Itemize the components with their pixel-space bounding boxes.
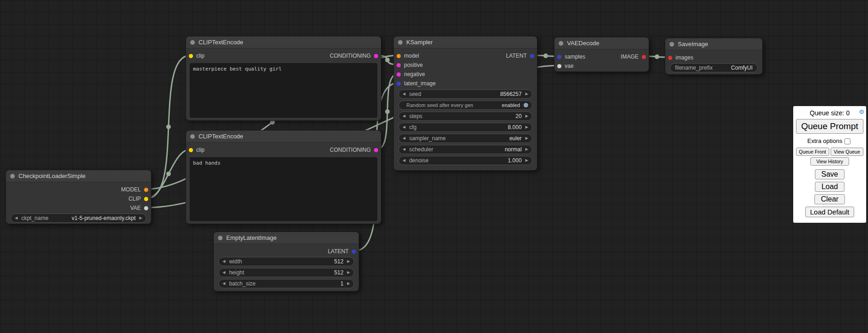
- comfyui-menu-panel: Queue size: 0 ⚙ Queue Prompt Extra optio…: [793, 106, 866, 223]
- node-collapse-dot-icon[interactable]: [190, 134, 195, 139]
- image-output-port[interactable]: [642, 55, 646, 59]
- samples-input-port[interactable]: [557, 55, 561, 59]
- ckpt-name-widget[interactable]: ◀ ckpt_name v1-5-pruned-emaonly.ckpt ▶: [11, 214, 146, 223]
- increment-arrow-icon[interactable]: ▶: [525, 137, 528, 140]
- latent-output-row: LATENT: [214, 247, 359, 256]
- cfg-widget[interactable]: ◀ cfg 8.000 ▶: [398, 123, 532, 132]
- decrement-arrow-icon[interactable]: ◀: [223, 260, 225, 263]
- decrement-arrow-icon[interactable]: ◀: [403, 125, 405, 129]
- decrement-arrow-icon[interactable]: ◀: [223, 282, 225, 285]
- latent-output-label: LATENT: [506, 53, 527, 59]
- decrement-arrow-icon[interactable]: ◀: [403, 159, 405, 162]
- load-default-button[interactable]: Load Default: [805, 207, 854, 217]
- extra-options-checkbox[interactable]: [844, 138, 850, 144]
- clip-input-port[interactable]: [189, 148, 193, 152]
- width-widget[interactable]: ◀ width 512 ▶: [218, 257, 354, 266]
- node-collapse-dot-icon[interactable]: [559, 41, 563, 46]
- vae-input-row: vae: [555, 61, 649, 71]
- decrement-arrow-icon[interactable]: ◀: [403, 137, 405, 140]
- increment-arrow-icon[interactable]: ▶: [347, 271, 350, 274]
- scheduler-widget[interactable]: ◀ scheduler normal ▶: [398, 145, 532, 154]
- vae-input-label: vae: [565, 63, 573, 69]
- node-collapse-dot-icon[interactable]: [10, 174, 15, 178]
- node-title-bar[interactable]: EmptyLatentImage: [214, 232, 359, 244]
- decrement-arrow-icon[interactable]: ◀: [223, 271, 225, 274]
- clip-output-port[interactable]: [144, 197, 148, 201]
- node-collapse-dot-icon[interactable]: [398, 40, 403, 45]
- node-title-bar[interactable]: CheckpointLoaderSimple: [6, 170, 151, 182]
- conditioning-output-port[interactable]: [374, 148, 378, 152]
- settings-gear-icon[interactable]: ⚙: [859, 108, 864, 115]
- queue-prompt-button[interactable]: Queue Prompt: [796, 119, 863, 134]
- steps-widget[interactable]: ◀ steps 20 ▶: [398, 112, 532, 121]
- increment-arrow-icon[interactable]: ▶: [525, 114, 528, 118]
- node-empty-latent-image[interactable]: EmptyLatentImage LATENT ◀ width 512 ▶ ◀ …: [213, 232, 359, 291]
- latent-output-port[interactable]: [530, 54, 534, 58]
- widget-label: batch_size: [229, 280, 340, 287]
- prompt-text-input[interactable]: bad hands: [190, 157, 377, 221]
- conditioning-output-port[interactable]: [374, 54, 378, 58]
- latent-output-label: LATENT: [328, 248, 349, 255]
- negative-input-port[interactable]: [397, 72, 401, 77]
- clear-button[interactable]: Clear: [814, 194, 845, 204]
- latent-image-input-port[interactable]: [397, 82, 401, 86]
- node-title-bar[interactable]: KSampler: [394, 36, 537, 48]
- seed-widget[interactable]: ◀ seed 8566257 ▶: [398, 89, 532, 99]
- node-title-bar[interactable]: SaveImage: [665, 38, 762, 50]
- queue-size-row: Queue size: 0 ⚙: [796, 109, 863, 117]
- node-title-bar[interactable]: CLIPTextEncode: [186, 36, 381, 48]
- link-clip-to-positive-encode: [147, 55, 190, 198]
- queue-front-button[interactable]: Queue Front: [796, 148, 829, 156]
- widget-value: euler: [509, 135, 522, 142]
- clip-input-port[interactable]: [189, 54, 193, 58]
- load-button[interactable]: Load: [815, 182, 844, 192]
- increment-arrow-icon[interactable]: ▶: [347, 282, 350, 285]
- images-input-row: images: [665, 53, 762, 62]
- increment-arrow-icon[interactable]: ▶: [525, 92, 528, 96]
- view-queue-button[interactable]: View Queue: [831, 148, 864, 156]
- increment-arrow-icon[interactable]: ▶: [525, 159, 528, 162]
- random-seed-toggle-widget[interactable]: Random seed after every gen enabled: [398, 101, 532, 110]
- latent-output-port[interactable]: [352, 250, 356, 254]
- images-input-label: images: [675, 54, 693, 61]
- link-midpoint-dot: [655, 54, 659, 59]
- decrement-arrow-icon[interactable]: ◀: [403, 114, 405, 118]
- node-checkpoint-loader-simple[interactable]: CheckpointLoaderSimple MODEL CLIP VAE ◀ …: [6, 170, 151, 224]
- node-collapse-dot-icon[interactable]: [669, 42, 674, 47]
- node-clip-text-encode-positive[interactable]: CLIPTextEncode clip CONDITIONING masterp…: [186, 36, 381, 121]
- increment-arrow-icon[interactable]: ▶: [139, 216, 142, 220]
- filename-prefix-widget[interactable]: filename_prefix ComfyUI: [670, 63, 758, 72]
- graph-canvas[interactable]: { "colors": { "canvas": "#212121", "link…: [0, 0, 868, 333]
- increment-arrow-icon[interactable]: ▶: [525, 148, 528, 151]
- sampler-name-widget[interactable]: ◀ sampler_name euler ▶: [398, 134, 532, 143]
- node-clip-text-encode-negative[interactable]: CLIPTextEncode clip CONDITIONING bad han…: [186, 130, 381, 224]
- batch-size-widget[interactable]: ◀ batch_size 1 ▶: [218, 279, 354, 288]
- node-title-bar[interactable]: CLIPTextEncode: [186, 131, 381, 143]
- node-collapse-dot-icon[interactable]: [190, 40, 195, 45]
- increment-arrow-icon[interactable]: ▶: [347, 260, 350, 263]
- node-title-bar[interactable]: VAEDecode: [555, 37, 649, 49]
- decrement-arrow-icon[interactable]: ◀: [15, 216, 18, 220]
- decrement-arrow-icon[interactable]: ◀: [403, 92, 405, 96]
- node-save-image[interactable]: SaveImage images filename_prefix ComfyUI: [665, 38, 763, 75]
- images-input-port[interactable]: [668, 56, 672, 60]
- denoise-widget[interactable]: ◀ denoise 1.000 ▶: [398, 156, 532, 165]
- height-widget[interactable]: ◀ height 512 ▶: [218, 268, 354, 277]
- vae-output-row: VAE: [6, 203, 151, 213]
- save-button[interactable]: Save: [815, 169, 844, 179]
- node-vae-decode[interactable]: VAEDecode samples IMAGE vae: [554, 37, 649, 72]
- node-ksampler[interactable]: KSampler model LATENT positive negative …: [393, 36, 537, 171]
- node-collapse-dot-icon[interactable]: [218, 236, 223, 240]
- model-output-port[interactable]: [144, 188, 148, 192]
- vae-output-port[interactable]: [144, 206, 148, 210]
- increment-arrow-icon[interactable]: ▶: [525, 125, 528, 129]
- prompt-text-input[interactable]: masterpiece best quality girl: [190, 63, 377, 118]
- vae-input-port[interactable]: [557, 64, 561, 68]
- link-midpoint-dot: [166, 125, 171, 129]
- positive-input-port[interactable]: [397, 63, 401, 67]
- model-input-port[interactable]: [397, 54, 401, 58]
- toggle-indicator-icon[interactable]: [524, 103, 528, 107]
- view-history-button[interactable]: View History: [810, 157, 850, 166]
- widget-label: scheduler: [409, 146, 505, 153]
- decrement-arrow-icon[interactable]: ◀: [403, 148, 405, 151]
